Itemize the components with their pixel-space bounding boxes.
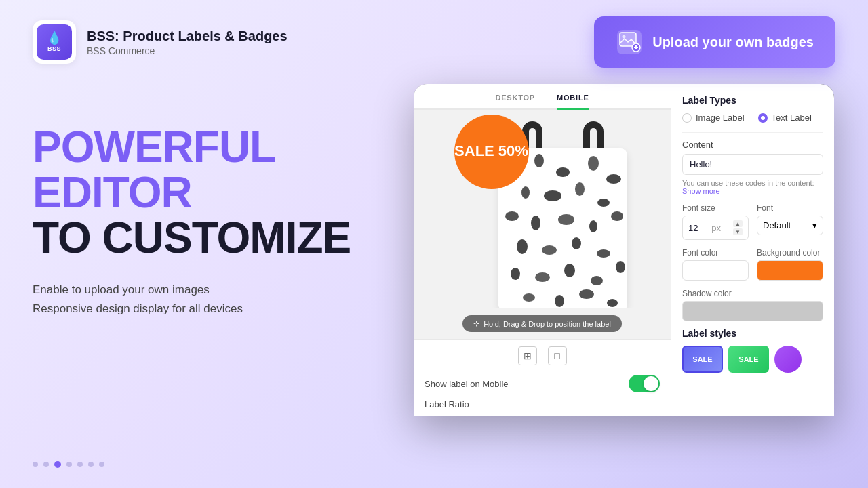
font-value: Default (763, 220, 791, 230)
content-input[interactable] (682, 154, 823, 175)
svg-point-11 (606, 174, 621, 184)
shadow-color-box[interactable] (682, 301, 823, 321)
preview-panel: DESKTOP MOBILE SALE 50% (414, 84, 671, 416)
show-label-toggle[interactable] (629, 375, 660, 392)
svg-point-20 (611, 211, 623, 221)
show-label-text: Show label on Mobile (425, 379, 509, 389)
font-size-up[interactable]: ▲ (733, 220, 743, 227)
font-size-value: 12 (688, 223, 698, 233)
label-style-blue[interactable]: SALE (682, 346, 723, 373)
font-size-down[interactable]: ▼ (733, 228, 743, 235)
radio-image-label[interactable]: Image Label (682, 113, 745, 123)
svg-point-8 (534, 154, 544, 167)
color-row: Font color Background color (682, 248, 823, 281)
preview-content: SALE 50% (414, 110, 671, 308)
font-chevron-icon: ▾ (812, 220, 817, 230)
dot-4[interactable] (66, 462, 72, 467)
dot-2[interactable] (43, 462, 49, 467)
image-label-text: Image Label (696, 113, 745, 123)
brand-logo-icon: 💧 (47, 32, 62, 44)
header: 💧 BSS BSS: Product Labels & Badges BSS C… (0, 0, 868, 84)
content-hint: You can use these codes in the content: … (682, 179, 823, 195)
svg-point-29 (616, 261, 625, 273)
label-styles-grid: SALE SALE (682, 346, 823, 373)
font-size-group: Font size 12 px ▲ ▼ (682, 203, 749, 240)
radio-text-label[interactable]: Text Label (758, 113, 812, 123)
divider-1 (682, 132, 823, 133)
svg-point-30 (523, 293, 535, 302)
tablet-mockup: DESKTOP MOBILE SALE 50% (414, 84, 834, 416)
dot-3[interactable] (54, 461, 61, 468)
svg-point-22 (542, 245, 557, 255)
drag-hint-text: Hold, Drag & Drop to position the label (484, 320, 611, 328)
bg-color-label: Background color (757, 248, 823, 258)
dot-7[interactable] (99, 462, 104, 467)
svg-point-25 (511, 268, 520, 280)
dot-6[interactable] (88, 462, 94, 467)
svg-point-31 (555, 295, 564, 307)
svg-point-21 (517, 239, 528, 254)
svg-point-16 (505, 211, 519, 221)
brand-name: BSS: Product Labels & Badges (87, 28, 288, 44)
font-label: Font (757, 203, 823, 213)
dot-5[interactable] (77, 462, 83, 467)
brand-logo-bss: BSS (47, 45, 61, 52)
svg-point-24 (597, 249, 610, 258)
svg-point-15 (597, 199, 610, 207)
grid-icon[interactable]: ⊞ (518, 346, 537, 365)
dot-1[interactable] (33, 462, 38, 467)
sale-badge-text: SALE 50% (454, 142, 528, 160)
hero-subtitle: Enable to upload your own images Respons… (33, 281, 385, 320)
font-size-label: Font size (682, 203, 749, 213)
upload-badges-button[interactable]: Upload your own badges (594, 16, 835, 68)
drag-hint-bar: ⊹ Hold, Drag & Drop to position the labe… (414, 308, 671, 339)
svg-point-32 (579, 289, 594, 299)
font-size-font-row: Font size 12 px ▲ ▼ Font (682, 203, 823, 240)
settings-panel: Label Types Image Label Text Label Conte… (671, 84, 834, 416)
font-color-box[interactable] (682, 260, 749, 281)
move-icon: ⊹ (473, 319, 479, 328)
svg-point-18 (558, 214, 574, 225)
hero-title-line1: POWERFUL EDITOR (33, 125, 385, 216)
shadow-color-label: Shadow color (682, 289, 823, 298)
label-style-green[interactable]: SALE (728, 346, 769, 373)
font-select[interactable]: Default ▾ (757, 216, 823, 235)
svg-point-26 (535, 272, 550, 282)
tab-desktop[interactable]: DESKTOP (495, 94, 535, 108)
svg-point-27 (564, 264, 575, 277)
label-type-radio-group: Image Label Text Label (682, 113, 823, 123)
svg-point-13 (544, 190, 561, 201)
svg-point-23 (572, 237, 581, 249)
brand-info: BSS: Product Labels & Badges BSS Commerc… (87, 28, 288, 56)
font-size-input[interactable]: 12 px ▲ ▼ (682, 216, 749, 240)
font-size-unit: px (711, 223, 721, 233)
hero-subtitle-line2: Responsive design display for all device… (33, 300, 385, 319)
svg-point-2 (623, 35, 626, 39)
hero-section: POWERFUL EDITOR TO CUSTOMIZE Enable to u… (0, 84, 868, 416)
radio-circle-image (682, 113, 692, 123)
product-area: SALE 50% (448, 110, 637, 308)
show-more-link[interactable]: Show more (682, 187, 720, 195)
content-section-label: Content (682, 140, 823, 150)
svg-point-9 (556, 167, 570, 177)
upload-button-label: Upload your own badges (652, 35, 814, 50)
svg-point-28 (591, 276, 603, 285)
svg-point-14 (575, 182, 585, 196)
upload-icon (616, 28, 643, 56)
hero-text: POWERFUL EDITOR TO CUSTOMIZE Enable to u… (33, 98, 385, 319)
brand-company: BSS Commerce (87, 45, 288, 56)
sale-badge: SALE 50% (454, 115, 529, 189)
hero-title-line2: TO CUSTOMIZE (33, 216, 385, 261)
toggle-knob (644, 376, 658, 391)
single-icon[interactable]: □ (548, 346, 567, 365)
tab-mobile[interactable]: MOBILE (557, 94, 589, 110)
svg-point-12 (521, 186, 530, 199)
view-icon-row: ⊞ □ (425, 346, 660, 365)
bottom-controls: ⊞ □ Show label on Mobile Label Ratio (414, 339, 671, 416)
label-style-purple[interactable] (774, 346, 802, 373)
show-label-row: Show label on Mobile (425, 371, 660, 396)
brand-section: 💧 BSS BSS: Product Labels & Badges BSS C… (33, 20, 288, 64)
bg-color-box[interactable] (757, 260, 823, 281)
hero-subtitle-line1: Enable to upload your own images (33, 281, 385, 300)
label-ratio-label: Label Ratio (425, 396, 660, 409)
